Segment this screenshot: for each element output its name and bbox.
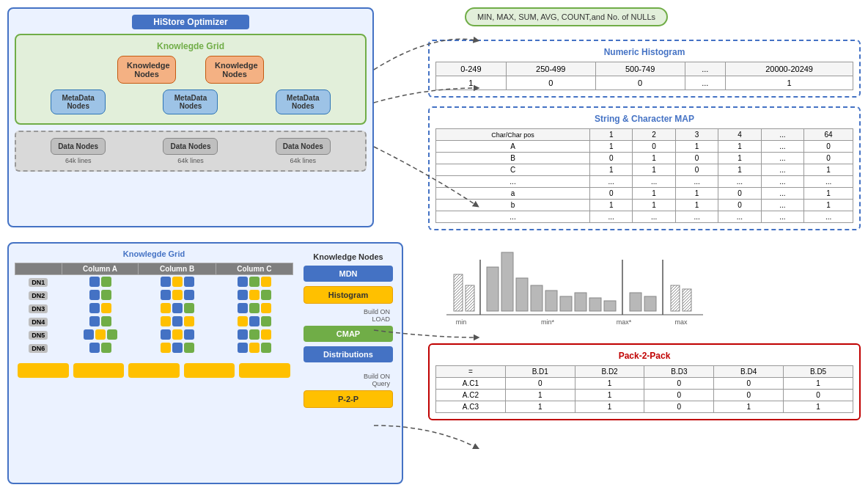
- bottom-left-section: Knowlegde Grid Column A Column B Column …: [7, 242, 403, 484]
- svg-rect-10: [589, 298, 601, 311]
- metadata-node-2: MetaDataNodes: [163, 90, 218, 114]
- svg-rect-16: [671, 285, 680, 311]
- metadata-node-3: MetaDataNodes: [276, 90, 331, 114]
- knowledge-nodes-row: KnowledgeNodes KnowledgeNodes: [22, 56, 359, 84]
- grid-table: Column A Column B Column C DN1DN2DN3DN4D…: [15, 263, 293, 354]
- yellow-rect-3: [128, 363, 180, 378]
- string-char-map-title: String & Character MAP: [435, 114, 853, 124]
- knowledge-nodes-panel: Knowledge Nodes MDN Histogram Build ONLO…: [301, 249, 396, 415]
- knowledge-grid-top: Knowlegde Grid KnowledgeNodes KnowledgeN…: [15, 34, 367, 125]
- histogram-chart-area: min min* max* max: [428, 239, 861, 335]
- svg-rect-9: [575, 293, 586, 311]
- svg-rect-8: [560, 296, 572, 311]
- main-diagram: HiStore Optimizer Knowlegde Grid Knowled…: [0, 0, 868, 504]
- string-char-map-section: String & Character MAP Char/Char pos1234…: [428, 106, 861, 230]
- knowledge-node-1: KnowledgeNodes: [117, 56, 176, 84]
- pack2pack-section: Pack-2-Pack =B.D1B.D2B.D3B.D4B.D5A.C1010…: [428, 343, 861, 420]
- histore-box: HiStore Optimizer Knowlegde Grid Knowled…: [7, 7, 374, 227]
- build-on-load-label: Build ONLOAD: [304, 308, 393, 323]
- knowledge-nodes-panel-title: Knowledge Nodes: [304, 252, 393, 261]
- bottom-sections: Knowlegde Grid Column A Column B Column …: [15, 249, 396, 415]
- yellow-rect-1: [18, 363, 69, 378]
- yellow-bar: [15, 360, 293, 381]
- data-node-1: Data Nodes 64k lines: [51, 138, 106, 164]
- svg-rect-5: [516, 278, 528, 311]
- histogram-chart-svg: min min* max* max: [434, 245, 855, 326]
- yellow-rect-4: [184, 363, 235, 378]
- histore-title: HiStore Optimizer: [132, 15, 249, 29]
- numeric-histogram-section: Numeric Histogram 0-249250-499500-749...…: [428, 40, 861, 98]
- knowledge-node-2: KnowledgeNodes: [205, 56, 264, 84]
- distributions-button[interactable]: Distributions: [304, 346, 393, 362]
- svg-rect-3: [487, 267, 499, 311]
- svg-rect-11: [604, 301, 616, 311]
- metadata-node-1: MetaDataNodes: [51, 90, 106, 114]
- svg-rect-4: [501, 252, 513, 311]
- mdn-button[interactable]: MDN: [304, 266, 393, 282]
- svg-rect-0: [454, 274, 463, 311]
- metadata-nodes-row: MetaDataNodes MetaDataNodes MetaDataNode…: [22, 90, 359, 114]
- col-a-header: Column A: [62, 263, 139, 275]
- col-b-header: Column B: [139, 263, 216, 275]
- knowledge-grid-bottom-title: Knowlegde Grid: [15, 249, 293, 258]
- cmap-button[interactable]: CMAP: [304, 326, 393, 342]
- svg-text:min: min: [456, 318, 467, 326]
- col-c-header: Column C: [216, 263, 293, 275]
- stats-bubble-wrapper: MIN, MAX, SUM, AVG, COUNT,and No. of NUL…: [443, 7, 861, 34]
- build-on-query-label: Build ONQuery: [304, 373, 393, 387]
- numeric-histogram-title: Numeric Histogram: [435, 47, 853, 57]
- yellow-rect-5: [239, 363, 290, 378]
- knowledge-grid-top-title: Knowlegde Grid: [22, 41, 359, 51]
- stats-bubble: MIN, MAX, SUM, AVG, COUNT,and No. of NUL…: [465, 7, 668, 26]
- pack2pack-title: Pack-2-Pack: [435, 351, 853, 361]
- data-node-3: Data Nodes 64k lines: [276, 138, 331, 164]
- svg-rect-14: [644, 296, 656, 311]
- svg-text:max*: max*: [617, 318, 632, 326]
- right-panel: MIN, MAX, SUM, AVG, COUNT,and No. of NUL…: [428, 7, 861, 492]
- string-char-map-table: Char/Char pos1234...64A1011...0B0101...0…: [435, 128, 853, 223]
- svg-text:max: max: [674, 318, 688, 326]
- yellow-rect-2: [73, 363, 125, 378]
- svg-rect-7: [545, 291, 557, 311]
- svg-rect-1: [466, 285, 474, 311]
- knowledge-grid-bottom-wrapper: Knowlegde Grid Column A Column B Column …: [15, 249, 293, 415]
- data-nodes-section: Data Nodes 64k lines Data Nodes 64k line…: [15, 131, 367, 172]
- svg-rect-17: [683, 289, 691, 311]
- svg-rect-13: [630, 293, 641, 311]
- svg-rect-6: [531, 285, 542, 311]
- data-node-2: Data Nodes 64k lines: [163, 138, 218, 164]
- histogram-button[interactable]: Histogram: [304, 286, 393, 304]
- svg-text:min*: min*: [541, 318, 555, 326]
- numeric-histogram-table: 0-249250-499500-749...20000-20249 100...…: [435, 62, 853, 90]
- pack2pack-table: =B.D1B.D2B.D3B.D4B.D5A.C101001A.C211000A…: [435, 365, 853, 413]
- p2p-button[interactable]: P-2-P: [304, 390, 393, 408]
